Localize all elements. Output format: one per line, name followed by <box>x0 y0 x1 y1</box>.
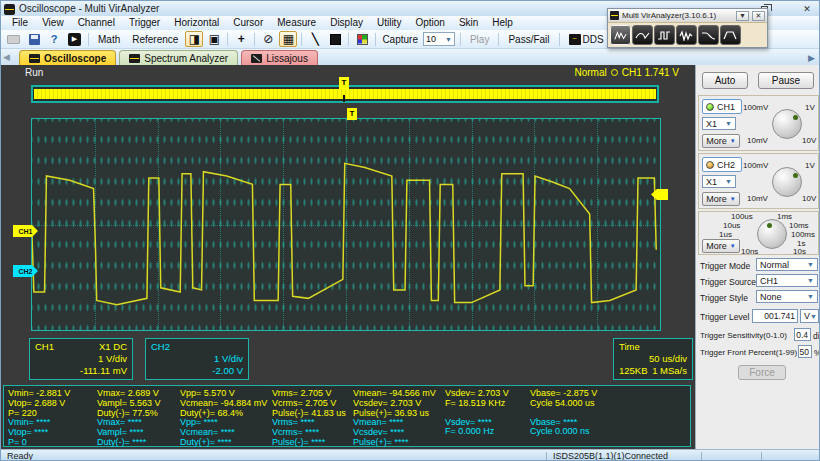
force-button[interactable]: Force <box>738 365 786 380</box>
palette-title: Multi VirAnalyzer(3.10.6.1) <box>622 11 733 20</box>
ch1-info-box[interactable]: CH1X1 DC 1 V/div -111.11 mV <box>29 338 133 380</box>
palette-logic-button[interactable] <box>654 25 675 45</box>
menu-trigger[interactable]: Trigger <box>122 16 167 30</box>
timebase-info-box[interactable]: Time 50 us/div 125KB1 MSa/s <box>613 338 693 380</box>
palette-pulse-button[interactable] <box>720 25 741 45</box>
trigger-front-input[interactable]: 50 <box>798 345 812 358</box>
menu-cursor[interactable]: Cursor <box>226 16 270 30</box>
trigger-level-input[interactable]: 001.741 <box>752 309 798 323</box>
screen-button[interactable]: ▦ <box>279 31 297 47</box>
trigger-source-select[interactable]: CH1▼ <box>756 274 818 287</box>
crosshair-button[interactable]: + <box>232 31 250 47</box>
menu-utility[interactable]: Utility <box>370 16 408 30</box>
buffer-overview-waveform <box>34 89 656 99</box>
menu-display[interactable]: Display <box>323 16 370 30</box>
menu-option[interactable]: Option <box>408 16 451 30</box>
knob-label: 100ms <box>791 230 815 239</box>
timebase-more-button[interactable]: More▼ <box>702 239 740 253</box>
dds-icon: ~ <box>569 34 581 45</box>
ch2-more-button[interactable]: More▼ <box>702 192 740 206</box>
trigger-ring-icon <box>611 69 618 76</box>
save-button[interactable] <box>25 31 43 47</box>
palette-dropdown-icon[interactable]: ▼ <box>736 11 749 21</box>
ch2-info-box[interactable]: CH2 1 V/div -2.00 V <box>145 338 249 380</box>
menu-help[interactable]: Help <box>485 16 520 30</box>
knob-label: 10us <box>723 221 740 230</box>
knob-label: 100us <box>731 212 753 221</box>
tab-spectrum-analyzer[interactable]: Spectrum Analyzer <box>119 50 238 65</box>
trigger-level-unit-select[interactable]: V▼ <box>800 309 819 323</box>
menu-skin[interactable]: Skin <box>452 16 485 30</box>
trigger-mode-select[interactable]: Normal▼ <box>756 258 818 271</box>
trigger-position-marker[interactable]: T <box>347 108 357 120</box>
ch1-volts-knob[interactable] <box>772 109 802 139</box>
pause-button[interactable]: Pause <box>758 72 814 89</box>
oscilloscope-icon <box>29 54 40 63</box>
tab-oscilloscope[interactable]: Oscilloscope <box>19 50 116 65</box>
tab-lissajous[interactable]: Lissajous <box>241 50 318 65</box>
control-panel: Auto Pause CH1 X1▼ More▼ 100mV 1V 10mV 1… <box>695 65 820 449</box>
status-text: Ready <box>7 451 33 461</box>
math-button[interactable]: Math <box>93 31 125 47</box>
ch2-probe-select[interactable]: X1▼ <box>702 175 736 188</box>
trigger-sensitivity-input[interactable]: 0.4 <box>794 328 811 341</box>
palette-close-icon[interactable]: ✕ <box>752 11 765 21</box>
menu-file[interactable]: File <box>5 16 35 30</box>
help-button[interactable]: ? <box>45 31 63 47</box>
menu-measure[interactable]: Measure <box>270 16 323 30</box>
reference-button[interactable]: Reference <box>127 31 183 47</box>
knob-indicator-dot <box>793 173 798 178</box>
knob-label: 10V <box>802 194 816 203</box>
line-style-button[interactable]: ╲ <box>306 31 324 47</box>
menu-view[interactable]: View <box>35 16 71 30</box>
palette-titlebar[interactable]: Multi VirAnalyzer(3.10.6.1) ▼ ✕ <box>608 9 767 22</box>
pointer-icon: ▶ <box>68 33 81 46</box>
knob-indicator-dot <box>767 223 772 228</box>
auto-button[interactable]: Auto <box>702 72 748 89</box>
knob-label: 10V <box>802 136 816 145</box>
ch2-volts-knob[interactable] <box>772 167 802 197</box>
capture-count-combo[interactable]: 10▼ <box>423 32 455 46</box>
window-icon: ▣ <box>209 33 220 45</box>
palette-recorder-button[interactable] <box>632 25 653 45</box>
color-button[interactable] <box>353 31 371 47</box>
menu-horizontal[interactable]: Horizontal <box>167 16 226 30</box>
dot-style-button[interactable] <box>326 31 344 47</box>
panel-toggle-button[interactable]: ◨ <box>185 31 203 47</box>
ch1-led-icon <box>706 103 714 111</box>
ch1-probe-select[interactable]: X1▼ <box>702 117 736 130</box>
window-layout-button[interactable]: ▣ <box>205 31 223 47</box>
ch1-group: CH1 X1▼ More▼ 100mV 1V 10mV 10V <box>698 95 819 151</box>
palette-sweep-button[interactable] <box>698 25 719 45</box>
palette-oscilloscope-button[interactable] <box>610 25 631 45</box>
ch2-enable-button[interactable]: CH2 <box>702 157 742 172</box>
dds-button[interactable]: ~DDS <box>564 31 609 47</box>
ch1-enable-button[interactable]: CH1 <box>702 99 742 114</box>
timebase-knob[interactable] <box>757 219 787 249</box>
tool-button[interactable]: ▶ <box>65 31 84 47</box>
play-button[interactable]: Play <box>465 31 494 47</box>
knob-label: 10mV <box>747 136 768 145</box>
meas-column: Vrms= 2.705 V Vcrms= 2.705 V Pulse(-)= 4… <box>272 389 353 446</box>
tab-scroll-left-icon[interactable]: ◀ <box>3 52 10 62</box>
trigger-style-select[interactable]: None▼ <box>756 290 818 303</box>
passfail-button[interactable]: Pass/Fail <box>503 31 554 47</box>
knob-label: 1us <box>719 230 732 239</box>
app-window: Oscilloscope - Multi VirAnalyzer ✕ File … <box>0 0 820 461</box>
close-icon[interactable]: ✕ <box>799 3 815 14</box>
meas-column: Vmin= -2.881 V Vtop= 2.688 V P= 220 Vmin… <box>8 389 97 446</box>
tab-scroll-right-icon[interactable]: ▶ <box>808 53 815 63</box>
open-button[interactable] <box>4 31 23 47</box>
trigger-position-marker-top[interactable]: T <box>339 77 349 89</box>
save-icon <box>29 34 40 45</box>
brush-icon: ⊘ <box>263 33 273 45</box>
trigger-sensitivity-unit: div <box>813 331 820 341</box>
trigger-sensitivity-label: Trigger Sensitivity(0-1.0) <box>700 331 787 340</box>
menu-channel[interactable]: Channel <box>71 16 122 30</box>
brush-button[interactable]: ⊘ <box>259 31 277 47</box>
help-icon: ? <box>51 33 58 45</box>
palette-burst-button[interactable] <box>676 25 697 45</box>
knob-label: 100mV <box>743 103 768 112</box>
meas-column: Vmax= 2.689 V Vampl= 5.563 V Duty(-)= 77… <box>97 389 180 446</box>
ch1-more-button[interactable]: More▼ <box>702 134 740 148</box>
